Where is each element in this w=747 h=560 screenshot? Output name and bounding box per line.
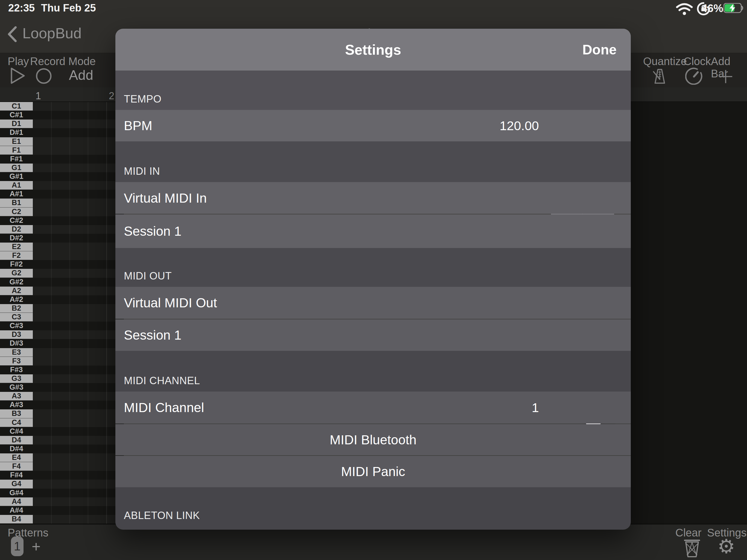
status-date: Thu Feb 25 — [41, 2, 96, 14]
gear-icon[interactable]: ⚙ — [718, 536, 735, 556]
piano-key-f4[interactable]: F4 — [0, 462, 33, 471]
piano-key-a2[interactable]: A2 — [0, 286, 33, 295]
add-bar-plus-icon[interactable] — [718, 69, 733, 84]
add-pattern-button[interactable]: + — [28, 538, 44, 555]
piano-key-b4[interactable]: B4 — [0, 515, 33, 524]
mode-label: Mode — [68, 55, 96, 68]
play-button[interactable] — [10, 67, 26, 85]
bpm-value: 120.00 — [499, 118, 539, 133]
piano-key-ds4[interactable]: D#4 — [0, 444, 33, 453]
grid-right-area — [631, 102, 747, 524]
piano-key-ds1[interactable]: D#1 — [0, 128, 33, 137]
midi-in-session-row: Session 1 — [115, 214, 631, 248]
piano-key-e3[interactable]: E3 — [0, 348, 33, 357]
piano-key-fs4[interactable]: F#4 — [0, 471, 33, 480]
clear-label: Clear — [675, 527, 702, 539]
piano-key-f2[interactable]: F2 — [0, 251, 33, 260]
piano-key-c3[interactable]: C3 — [0, 313, 33, 322]
piano-key-gs3[interactable]: G#3 — [0, 383, 33, 392]
piano-key-g4[interactable]: G4 — [0, 480, 33, 488]
midi-channel-label: MIDI Channel — [124, 400, 204, 415]
piano-key-cs4[interactable]: C#4 — [0, 427, 33, 436]
beat-line — [51, 102, 52, 524]
metronome-icon[interactable] — [651, 67, 669, 85]
piano-key-b1[interactable]: B1 — [0, 199, 33, 207]
piano-key-as4[interactable]: A#4 — [0, 506, 33, 515]
piano-key-g2[interactable]: G2 — [0, 269, 33, 278]
virtual-midi-out-row: Virtual MIDI Out — [115, 287, 631, 319]
piano-key-fs1[interactable]: F#1 — [0, 155, 33, 163]
piano-key-g3[interactable]: G3 — [0, 374, 33, 383]
piano-key-a3[interactable]: A3 — [0, 392, 33, 401]
bar-line — [106, 102, 107, 524]
piano-key-c1[interactable]: C1 — [0, 102, 33, 111]
piano-key-as1[interactable]: A#1 — [0, 190, 33, 199]
piano-key-e4[interactable]: E4 — [0, 453, 33, 462]
piano-key-e1[interactable]: E1 — [0, 137, 33, 146]
piano-key-gs4[interactable]: G#4 — [0, 489, 33, 498]
piano-key-b3[interactable]: B3 — [0, 409, 33, 418]
bar-number-2: 2 — [109, 90, 114, 102]
piano-key-gs2[interactable]: G#2 — [0, 278, 33, 286]
clock-label: Clock — [684, 55, 711, 68]
midi-in-section-header: MIDI IN — [115, 142, 631, 182]
piano-key-cs2[interactable]: C#2 — [0, 216, 33, 225]
beat-line — [70, 102, 70, 524]
virtual-midi-in-row: Virtual MIDI In — [115, 182, 631, 214]
midi-out-section-header: MIDI OUT — [115, 248, 631, 287]
virtual-midi-out-label: Virtual MIDI Out — [124, 295, 217, 310]
piano-key-d1[interactable]: D1 — [0, 120, 33, 128]
wifi-icon — [676, 3, 693, 15]
piano-key-c2[interactable]: C2 — [0, 207, 33, 216]
midi-out-session-row: Session 1 — [115, 320, 631, 351]
piano-key-c4[interactable]: C4 — [0, 418, 33, 427]
piano-key-d3[interactable]: D3 — [0, 330, 33, 339]
midi-channel-row: MIDI Channel 1 − + — [115, 391, 631, 424]
status-time: 22:35 — [8, 2, 35, 14]
piano-key-fs2[interactable]: F#2 — [0, 260, 33, 269]
piano-key-fs3[interactable]: F#3 — [0, 365, 33, 374]
record-button[interactable] — [35, 68, 52, 84]
piano-key-d4[interactable]: D4 — [0, 436, 33, 444]
ableton-link-section-header: ABLETON LINK — [115, 487, 631, 530]
piano-key-e2[interactable]: E2 — [0, 243, 33, 251]
pattern-1-button[interactable]: 1 — [11, 536, 24, 556]
piano-key-as3[interactable]: A#3 — [0, 401, 33, 409]
piano-key-g1[interactable]: G1 — [0, 163, 33, 172]
session-1-label: Session 1 — [124, 224, 182, 239]
bar-number-1: 1 — [35, 90, 41, 102]
piano-key-ds2[interactable]: D#2 — [0, 234, 33, 243]
piano-key-b2[interactable]: B2 — [0, 304, 33, 313]
midi-panic-button[interactable]: MIDI Panic — [115, 456, 631, 487]
play-label: Play — [8, 55, 29, 68]
piano-key-ds3[interactable]: D#3 — [0, 339, 33, 348]
beat-line — [88, 102, 88, 524]
done-button[interactable]: Done — [583, 29, 617, 71]
battery-percent: 46% — [701, 2, 723, 15]
clock-icon[interactable] — [685, 67, 703, 85]
piano-key-a1[interactable]: A1 — [0, 181, 33, 190]
loopbud-app: C1C#1D1D#1E1F1F#1G1G#1A1A#1B1C2C#2D2D#2E… — [0, 0, 747, 560]
midi-channel-section-header: MIDI CHANNEL — [115, 351, 631, 391]
bpm-row: BPM 120.00 − + — [115, 110, 631, 142]
virtual-midi-in-label: Virtual MIDI In — [124, 190, 207, 206]
bpm-label: BPM — [124, 118, 152, 133]
quantize-label: Quantize — [643, 55, 687, 68]
midi-channel-value: 1 — [532, 400, 539, 415]
mode-add-button[interactable]: Add — [69, 67, 93, 83]
piano-key-cs1[interactable]: C#1 — [0, 111, 33, 120]
piano-key-f3[interactable]: F3 — [0, 357, 33, 365]
piano-key-gs1[interactable]: G#1 — [0, 172, 33, 181]
piano-key-d2[interactable]: D2 — [0, 225, 33, 234]
session-1-label: Session 1 — [124, 328, 182, 342]
piano-key-as2[interactable]: A#2 — [0, 295, 33, 304]
battery-icon — [723, 3, 744, 14]
trash-icon[interactable] — [682, 538, 702, 558]
settings-modal: Settings Done TEMPO BPM 120.00 − + MIDI … — [115, 29, 631, 530]
modal-title: Settings — [115, 29, 631, 71]
piano-key-column: C1C#1D1D#1E1F1F#1G1G#1A1A#1B1C2C#2D2D#2E… — [0, 102, 33, 524]
midi-bluetooth-button[interactable]: MIDI Bluetooth — [115, 424, 631, 455]
piano-key-f1[interactable]: F1 — [0, 146, 33, 155]
piano-key-a4[interactable]: A4 — [0, 498, 33, 506]
piano-key-cs3[interactable]: C#3 — [0, 322, 33, 330]
